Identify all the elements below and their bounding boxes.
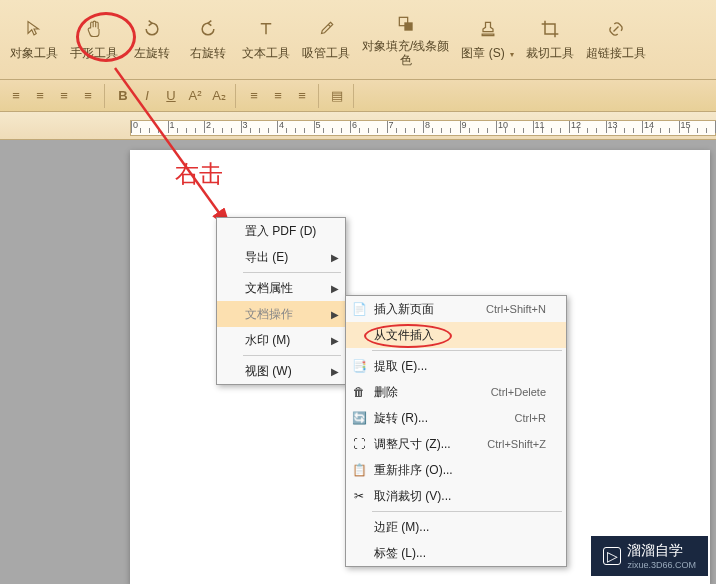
- play-icon: ▷: [603, 547, 621, 565]
- crop-tool[interactable]: 裁切工具: [520, 0, 580, 79]
- bold-button[interactable]: B: [111, 85, 135, 107]
- menu-item[interactable]: 🗑删除Ctrl+Delete: [346, 379, 566, 405]
- menu-item[interactable]: 文档操作▶: [217, 301, 345, 327]
- menu-item[interactable]: 标签 (L)...: [346, 540, 566, 566]
- hand-icon: [82, 17, 106, 41]
- ruler-area: 012345678910111213141516: [0, 112, 716, 140]
- svg-rect-1: [404, 23, 412, 31]
- valign-bottom-button[interactable]: ≡: [290, 85, 314, 107]
- stamp-icon: [476, 17, 500, 41]
- rotate-left-tool[interactable]: 左旋转: [124, 0, 180, 79]
- align-center-button[interactable]: ≡: [28, 85, 52, 107]
- menu-item[interactable]: ✂取消裁切 (V)...: [346, 483, 566, 509]
- page-add-icon: 📄: [350, 300, 368, 318]
- menu-item[interactable]: 边距 (M)...: [346, 514, 566, 540]
- object-tool[interactable]: 对象工具: [4, 0, 64, 79]
- uncrop-icon: ✂: [350, 487, 368, 505]
- text-icon: [254, 17, 278, 41]
- menu-item[interactable]: 置入 PDF (D): [217, 218, 345, 244]
- underline-button[interactable]: U: [159, 85, 183, 107]
- superscript-button[interactable]: A²: [183, 85, 207, 107]
- cursor-icon: [22, 17, 46, 41]
- subscript-button[interactable]: A₂: [207, 85, 231, 107]
- crop-icon: [538, 17, 562, 41]
- menu-item[interactable]: 水印 (M)▶: [217, 327, 345, 353]
- rotate-left-icon: [140, 17, 164, 41]
- italic-button[interactable]: I: [135, 85, 159, 107]
- hyperlink-tool[interactable]: 超链接工具: [580, 0, 652, 79]
- rotate-icon: 🔄: [350, 409, 368, 427]
- menu-item[interactable]: 📑提取 (E)...: [346, 353, 566, 379]
- chevron-down-icon: ▾: [510, 50, 514, 59]
- menu-item[interactable]: 从文件插入: [346, 322, 566, 348]
- delete-icon: 🗑: [350, 383, 368, 401]
- align-left-button[interactable]: ≡: [4, 85, 28, 107]
- stamp-tool[interactable]: 图章 (S) ▾: [455, 0, 520, 79]
- text-tool[interactable]: 文本工具: [236, 0, 296, 79]
- eyedropper-tool[interactable]: 吸管工具: [296, 0, 356, 79]
- fill-icon: [394, 12, 418, 36]
- fill-color-tool[interactable]: 对象填充/线条颜色: [356, 0, 455, 79]
- hand-tool[interactable]: 手形工具: [64, 0, 124, 79]
- reorder-icon: 📋: [350, 461, 368, 479]
- main-toolbar: 对象工具 手形工具 左旋转 右旋转 文本工具 吸管工具 对象填充/线条颜色 图章…: [0, 0, 716, 80]
- context-menu-sub: 📄插入新页面Ctrl+Shift+N从文件插入📑提取 (E)...🗑删除Ctrl…: [345, 295, 567, 567]
- watermark: ▷ 溜溜自学 zixue.3D66.COM: [591, 536, 708, 576]
- eyedropper-icon: [314, 17, 338, 41]
- menu-item[interactable]: 文档属性▶: [217, 275, 345, 301]
- annotation-label: 右击: [175, 158, 223, 190]
- align-right-button[interactable]: ≡: [52, 85, 76, 107]
- align-justify-button[interactable]: ≡: [76, 85, 100, 107]
- horizontal-ruler: 012345678910111213141516: [130, 120, 716, 136]
- list-button[interactable]: ▤: [325, 85, 349, 107]
- menu-item[interactable]: ⛶调整尺寸 (Z)...Ctrl+Shift+Z: [346, 431, 566, 457]
- link-icon: [604, 17, 628, 41]
- menu-item[interactable]: 🔄旋转 (R)...Ctrl+R: [346, 405, 566, 431]
- menu-item[interactable]: 视图 (W)▶: [217, 358, 345, 384]
- menu-item[interactable]: 📋重新排序 (O)...: [346, 457, 566, 483]
- extract-icon: 📑: [350, 357, 368, 375]
- rotate-right-icon: [196, 17, 220, 41]
- rotate-right-tool[interactable]: 右旋转: [180, 0, 236, 79]
- menu-item[interactable]: 导出 (E)▶: [217, 244, 345, 270]
- menu-item[interactable]: 📄插入新页面Ctrl+Shift+N: [346, 296, 566, 322]
- format-toolbar: ≡ ≡ ≡ ≡ B I U A² A₂ ≡ ≡ ≡ ▤: [0, 80, 716, 112]
- valign-top-button[interactable]: ≡: [242, 85, 266, 107]
- valign-mid-button[interactable]: ≡: [266, 85, 290, 107]
- context-menu-main: 置入 PDF (D)导出 (E)▶文档属性▶文档操作▶水印 (M)▶视图 (W)…: [216, 217, 346, 385]
- resize-icon: ⛶: [350, 435, 368, 453]
